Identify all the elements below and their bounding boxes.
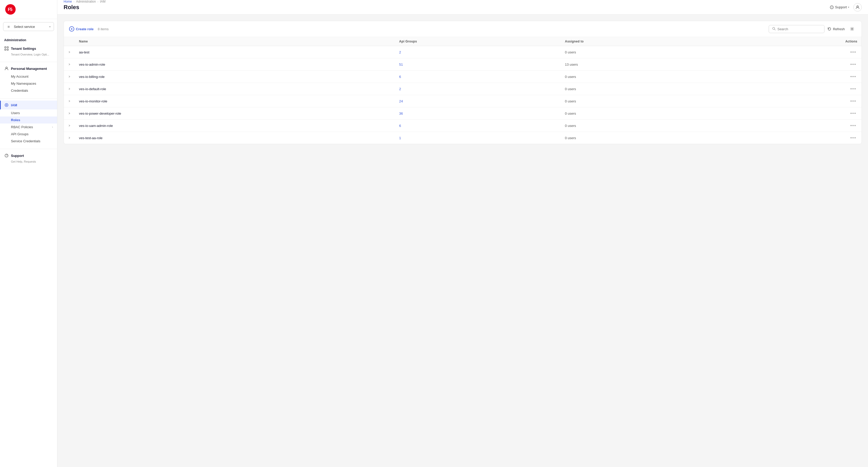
more-actions-button[interactable]: ••• [849,135,857,141]
actions-cell: ••• [733,58,862,71]
tenant-settings-header[interactable]: Tenant Settings [0,44,57,53]
svg-rect-2 [7,46,8,48]
svg-rect-1 [5,46,6,48]
sidebar-item-users[interactable]: Users [0,110,57,117]
support-label: Support [11,154,24,158]
api-groups-cell[interactable]: 6 [395,120,561,132]
refresh-label: Refresh [833,27,845,31]
name-col-header: Name [75,37,395,46]
api-groups-cell[interactable]: 2 [395,46,561,58]
table-row: ves-io-admin-role 51 13 users ••• [64,58,862,71]
svg-point-13 [773,27,775,29]
user-avatar-button[interactable] [854,3,862,11]
more-actions-button[interactable]: ••• [849,98,857,104]
api-groups-cell[interactable]: 24 [395,95,561,107]
table-toolbar: + Create role 8 items [64,21,862,37]
actions-cell: ••• [733,83,862,95]
api-groups-col-header: Api Groups [395,37,561,46]
more-actions-button[interactable]: ••• [849,111,857,116]
svg-point-6 [5,103,8,106]
personal-management-icon [4,66,9,71]
row-expand-btn[interactable] [64,83,75,95]
iam-icon [4,103,9,107]
personal-management-label: Personal Management [11,67,47,71]
table-settings-button[interactable] [848,25,856,33]
support-menu-button[interactable]: ? Support ▾ [830,5,849,9]
page-title: Roles [64,4,105,11]
sidebar-item-api-groups[interactable]: API Groups [0,130,57,137]
actions-col-header: Actions [733,37,862,46]
row-expand-btn[interactable] [64,120,75,132]
tenant-settings-icon [4,46,9,51]
more-actions-button[interactable]: ••• [849,123,857,128]
role-name-cell: ves-io-default-role [75,83,395,95]
row-expand-btn[interactable] [64,107,75,120]
svg-text:?: ? [6,154,7,157]
sidebar-item-roles[interactable]: Roles [0,117,57,124]
refresh-button[interactable]: Refresh [828,27,845,31]
api-groups-cell[interactable]: 1 [395,132,561,144]
breadcrumb: Home › Administration › IAM [64,0,105,3]
row-expand-btn[interactable] [64,95,75,107]
more-actions-button[interactable]: ••• [849,49,857,55]
iam-header[interactable]: IAM [0,101,57,110]
row-expand-btn[interactable] [64,132,75,144]
table-row: ves-io-monitor-role 24 0 users ••• [64,95,862,107]
assigned-to-cell: 0 users [561,71,733,83]
actions-cell: ••• [733,107,862,120]
iam-label: IAM [11,103,17,107]
roles-table-card: + Create role 8 items [64,21,862,144]
toolbar-right: Refresh [769,25,856,33]
row-expand-btn[interactable] [64,71,75,83]
row-expand-btn[interactable] [64,58,75,71]
assigned-to-cell: 0 users [561,132,733,144]
role-name-cell: ves-io-uam-admin-role [75,120,395,132]
settings-icon [850,27,854,31]
table-row: ves-io-billing-role 6 0 users ••• [64,71,862,83]
sidebar-item-my-account[interactable]: My Account [0,73,57,80]
svg-rect-3 [5,49,6,50]
assigned-to-cell: 13 users [561,58,733,71]
grid-icon: ⊞ [6,25,11,29]
expand-col-header [64,37,75,46]
support-header[interactable]: ? Support [0,151,57,160]
administration-section-title: Administration [0,34,57,44]
select-service-dropdown[interactable]: ⊞ Select service ▾ [3,22,54,31]
role-name-cell: ves-io-power-developer-role [75,107,395,120]
table-row: ves-io-uam-admin-role 6 0 users ••• [64,120,862,132]
support-chevron-icon: ▾ [848,6,849,9]
role-name-cell: ves-test-aa-role [75,132,395,144]
sidebar-item-my-namespaces[interactable]: My Namespaces [0,80,57,87]
role-name-cell: aa-test [75,46,395,58]
actions-cell: ••• [733,46,862,58]
select-service-label: Select service [14,25,35,29]
svg-text:F5: F5 [8,7,12,12]
sidebar: F5 ⊞ Select service ▾ Administration Ten… [0,0,57,467]
api-groups-cell[interactable]: 2 [395,83,561,95]
support-topbar-label: Support [835,5,847,9]
table-body: aa-test 2 0 users ••• ves-io-admin-role … [64,46,862,144]
row-expand-btn[interactable] [64,46,75,58]
toolbar-left: + Create role 8 items [69,26,109,32]
sidebar-item-service-credentials[interactable]: Service Credentials [0,137,57,145]
table-row: ves-io-default-role 2 0 users ••• [64,83,862,95]
svg-point-7 [6,104,7,105]
more-actions-button[interactable]: ••• [849,62,857,67]
api-groups-cell[interactable]: 36 [395,107,561,120]
sidebar-item-rbac-policies[interactable]: RBAC Policies › [0,124,57,130]
api-groups-cell[interactable]: 6 [395,71,561,83]
breadcrumb-home[interactable]: Home [64,0,72,3]
breadcrumb-sep-1: › [73,0,74,3]
refresh-icon [828,27,831,31]
create-role-button[interactable]: + Create role [69,26,94,32]
more-actions-button[interactable]: ••• [849,86,857,92]
search-input[interactable] [777,27,821,31]
api-groups-cell[interactable]: 51 [395,58,561,71]
support-group: ? Support Get Help, Requests [0,151,57,167]
personal-management-header[interactable]: Personal Management [0,64,57,73]
sidebar-item-credentials[interactable]: Credentials [0,87,57,94]
more-actions-button[interactable]: ••• [849,74,857,80]
svg-point-15 [851,28,853,30]
actions-cell: ••• [733,71,862,83]
search-box[interactable] [769,25,825,33]
